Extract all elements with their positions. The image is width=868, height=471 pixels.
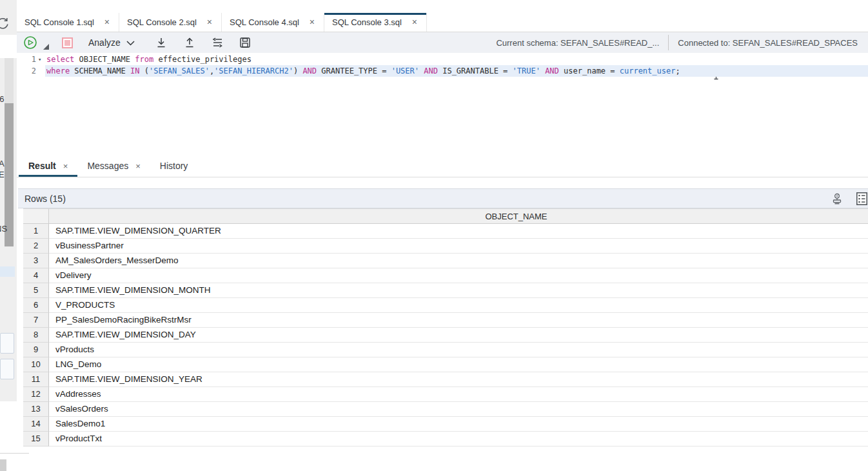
code-token: 'SEFAN_SALES' [149, 66, 210, 75]
tab-label: SQL Console 2.sql [127, 17, 202, 27]
code-token: AND [302, 66, 317, 75]
editor-tab-sql-console-1-sql[interactable]: SQL Console 1.sql× [17, 13, 119, 32]
tab-label: SQL Console 4.sql [230, 17, 304, 27]
close-icon[interactable]: × [310, 18, 315, 26]
panel-gap [0, 35, 17, 58]
upload-icon [184, 37, 195, 48]
format-code-button[interactable] [211, 37, 224, 48]
row-number-cell[interactable]: 7 [23, 313, 49, 328]
row-number-cell[interactable]: 10 [23, 357, 49, 372]
result-tab-bar: Result×Messages×History [17, 155, 868, 177]
code-line[interactable]: select OBJECT_NAME from effective_privil… [45, 54, 868, 65]
row-number-cell[interactable]: 1 [23, 224, 49, 239]
list-view-icon[interactable] [856, 192, 867, 208]
tab-messages[interactable]: Messages× [77, 155, 150, 177]
stop-button[interactable] [62, 37, 73, 48]
close-icon[interactable]: × [412, 18, 417, 26]
table-row: 3AM_SalesOrders_MesserDemo [23, 254, 868, 268]
tab-history[interactable]: History [150, 155, 198, 177]
save-icon [239, 37, 251, 48]
table-row: 15vProductTxt [23, 432, 868, 446]
analyze-dropdown[interactable]: Analyze [88, 37, 135, 48]
column-header-object-name[interactable]: OBJECT_NAME [49, 208, 868, 224]
results-table: 1SAP.TIME.VIEW_DIMENSION_QUARTER2vBusine… [23, 224, 868, 446]
row-number-cell[interactable]: 3 [23, 254, 49, 268]
object-name-cell[interactable]: vDelivery [49, 268, 868, 283]
code-token: SCHEMA_NAME [70, 66, 130, 75]
object-name-cell[interactable]: SAP.TIME.VIEW_DIMENSION_DAY [49, 328, 868, 343]
code-token: where [46, 66, 70, 75]
object-name-cell[interactable]: SalesDemo1 [49, 417, 868, 432]
row-number-cell[interactable]: 14 [23, 417, 49, 432]
code-token: effective_privileges [153, 55, 252, 64]
connection-status: Connected to: SEFAN_SALES#READ_SPACES [678, 38, 858, 48]
row-number-cell[interactable]: 6 [23, 298, 49, 313]
code-line[interactable]: where SCHEMA_NAME IN ('SEFAN_SALES','SEF… [45, 65, 868, 77]
object-name-cell[interactable]: vProductTxt [49, 432, 868, 446]
row-number-cell[interactable]: 9 [23, 343, 49, 357]
close-icon[interactable]: × [63, 161, 68, 171]
upload-button[interactable] [184, 37, 195, 48]
object-name-cell[interactable]: vBusinessPartner [49, 239, 868, 254]
table-row: 5SAP.TIME.VIEW_DIMENSION_MONTH [23, 283, 868, 298]
object-name-cell[interactable]: LNG_Demo [49, 357, 868, 372]
close-icon[interactable]: × [135, 161, 141, 171]
row-number-cell[interactable]: 2 [23, 239, 49, 254]
results-table-header: OBJECT_NAME [23, 208, 868, 224]
result-grid-header: Rows (15) [18, 188, 868, 208]
table-row: 11SAP.TIME.VIEW_DIMENSION_YEAR [23, 372, 868, 387]
code-token: AND [424, 66, 438, 75]
object-name-cell[interactable]: SAP.TIME.VIEW_DIMENSION_QUARTER [49, 224, 868, 239]
sql-toolbar: Analyze [17, 32, 868, 53]
sql-console-window: 06 A E NS SQL Console 1.sql×SQL Console … [0, 0, 868, 471]
download-button[interactable] [155, 37, 167, 48]
line-number: 1 [17, 54, 36, 65]
stamp-icon[interactable] [831, 192, 843, 208]
editor-tab-sql-console-4-sql[interactable]: SQL Console 4.sql× [222, 13, 324, 32]
table-row: 13vSalesOrders [23, 402, 868, 417]
panel-text-fragment: E [0, 170, 5, 179]
code-token: select [46, 55, 74, 64]
row-number-cell[interactable]: 15 [23, 432, 49, 446]
run-icon [23, 35, 37, 50]
run-button[interactable] [23, 35, 37, 50]
code-token: IN [130, 66, 139, 75]
panel-text-fragment: A [0, 159, 5, 168]
save-button[interactable] [239, 37, 251, 48]
toolbar-separator [668, 35, 669, 50]
object-name-cell[interactable]: V_PRODUCTS [49, 298, 868, 313]
fold-marker-icon[interactable]: ▾ [38, 54, 44, 65]
object-name-cell[interactable]: PP_SalesDemoRacingBikeRstrMsr [49, 313, 868, 328]
code-token: IS_GRANTABLE = [438, 66, 513, 75]
editor-tab-sql-console-3-sql[interactable]: SQL Console 3.sql× [324, 13, 427, 32]
chevron-down-icon [126, 41, 135, 46]
row-number-cell[interactable]: 12 [23, 387, 49, 402]
row-number-cell[interactable]: 11 [23, 372, 49, 387]
code-token: 'USER' [391, 66, 419, 75]
close-icon[interactable]: × [104, 18, 110, 26]
panel-text-fragment: 06 [0, 95, 4, 104]
row-number-cell[interactable]: 13 [23, 402, 49, 417]
table-row: 2vBusinessPartner [23, 239, 868, 254]
panel-button-fragment[interactable] [0, 359, 14, 379]
refresh-icon[interactable] [0, 16, 10, 30]
row-number-cell[interactable]: 4 [23, 268, 49, 283]
close-icon[interactable]: × [207, 18, 212, 26]
object-name-cell[interactable]: SAP.TIME.VIEW_DIMENSION_YEAR [49, 372, 868, 387]
run-options-arrow-icon[interactable] [43, 44, 49, 50]
editor-tab-bar: SQL Console 1.sql×SQL Console 2.sql×SQL … [17, 13, 868, 32]
panel-button-fragment[interactable] [0, 333, 14, 354]
object-name-cell[interactable]: vProducts [49, 343, 868, 357]
object-name-cell[interactable]: AM_SalesOrders_MesserDemo [49, 254, 868, 268]
current-schema-status: Current schema: SEFAN_SALES#READ_... [496, 38, 659, 48]
tab-label: History [160, 161, 188, 171]
object-name-cell[interactable]: vSalesOrders [49, 402, 868, 417]
row-number-cell[interactable]: 8 [23, 328, 49, 343]
tab-result[interactable]: Result× [19, 155, 77, 177]
object-name-cell[interactable]: vAddresses [49, 387, 868, 402]
row-number-cell[interactable]: 5 [23, 283, 49, 298]
sql-editor[interactable]: 1▾select OBJECT_NAME from effective_priv… [17, 53, 868, 155]
editor-tab-sql-console-2-sql[interactable]: SQL Console 2.sql× [119, 13, 222, 32]
object-name-cell[interactable]: SAP.TIME.VIEW_DIMENSION_MONTH [49, 283, 868, 298]
row-number-header-cell[interactable] [23, 208, 49, 224]
